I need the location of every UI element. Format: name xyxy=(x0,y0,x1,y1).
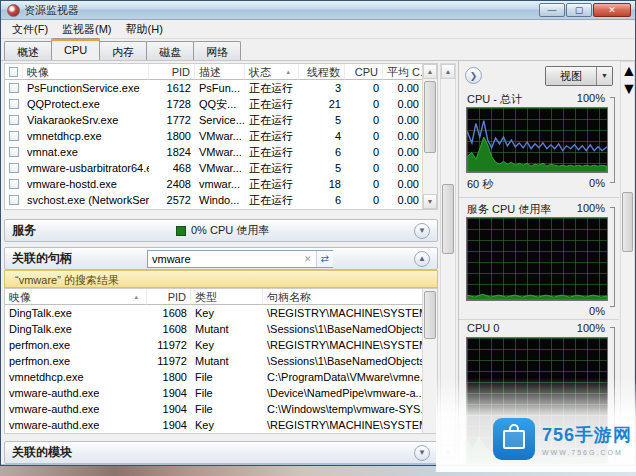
process-row[interactable]: QQProtect.exe1728QQ安...正在运行2100.00 xyxy=(5,96,437,112)
scroll-up-icon[interactable]: ▲ xyxy=(441,64,455,79)
scrollbar-thumb[interactable] xyxy=(424,81,436,153)
column-header[interactable]: PID xyxy=(147,289,191,305)
row-checkbox[interactable] xyxy=(5,144,23,160)
right-pane-scrollbar[interactable]: ▲ ▼ xyxy=(620,61,635,464)
cell: File xyxy=(191,401,263,417)
search-refresh-icon[interactable]: ⇄ xyxy=(316,251,333,267)
column-header[interactable]: 线程数 xyxy=(299,64,345,80)
cell: perfmon.exe xyxy=(5,353,147,369)
column-header[interactable]: CPU xyxy=(345,64,383,80)
process-table-scrollbar[interactable]: ▲ ▼ xyxy=(422,64,437,209)
checkbox-icon[interactable] xyxy=(9,195,19,205)
row-checkbox[interactable] xyxy=(5,160,23,176)
collapse-panel-icon[interactable]: ❯ xyxy=(465,67,482,84)
select-all-checkbox-cell[interactable] xyxy=(5,64,23,80)
column-header[interactable]: 映像 xyxy=(23,64,149,80)
process-row[interactable]: svchost.exe (NetworkServic...2572Windo..… xyxy=(5,192,437,208)
clear-search-icon[interactable]: ✕ xyxy=(300,254,316,264)
views-button-label[interactable]: 视图 xyxy=(546,67,596,85)
handle-row[interactable]: perfmon.exe11972Mutant\Sessions\1\BaseNa… xyxy=(5,353,437,369)
close-button[interactable]: ✕ xyxy=(593,3,631,17)
scrollbar-thumb[interactable] xyxy=(424,291,436,339)
cell: 0 xyxy=(345,112,383,128)
cell: 正在运行 xyxy=(245,80,299,96)
row-checkbox[interactable] xyxy=(5,80,23,96)
modules-title: 关联的模块 xyxy=(12,444,72,461)
column-header[interactable]: 状态▴ xyxy=(245,64,299,80)
chevron-down-icon[interactable]: ▼ xyxy=(596,67,612,85)
scroll-up-icon[interactable]: ▲ xyxy=(621,62,634,80)
process-row[interactable]: vmware-usbarbitrator64.exe468VMwar...正在运… xyxy=(5,160,437,176)
cell: 0 xyxy=(345,128,383,144)
modules-expand-button[interactable]: ▼ xyxy=(414,445,430,461)
menu-item[interactable]: 监视器(M) xyxy=(55,20,119,39)
column-header[interactable]: 句柄名称 xyxy=(263,289,423,305)
process-row[interactable]: ViakaraokeSrv.exe1772Service...正在运行500.0… xyxy=(5,112,437,128)
views-button[interactable]: 视图 ▼ xyxy=(545,66,613,86)
row-checkbox[interactable] xyxy=(5,112,23,128)
scale-bracket xyxy=(610,97,615,183)
handle-row[interactable]: perfmon.exe11972Key\REGISTRY\MACHINE\SYS… xyxy=(5,337,437,353)
tab-网络[interactable]: 网络 xyxy=(193,41,241,60)
column-header[interactable]: 类型 xyxy=(191,289,263,305)
cell: vmnetdhcp.exe xyxy=(23,128,149,144)
handles-collapse-button[interactable]: ▲ xyxy=(414,251,430,267)
left-pane-scrollbar[interactable]: ▲ ▼ xyxy=(440,63,456,461)
process-row[interactable]: vmnat.exe1824VMwar...正在运行600.00 xyxy=(5,144,437,160)
cell: 1772 xyxy=(149,112,195,128)
menu-item[interactable]: 帮助(H) xyxy=(119,20,170,39)
handle-row[interactable]: DingTalk.exe1608Mutant\Sessions\1\BaseNa… xyxy=(5,321,437,337)
column-header[interactable]: 平均 C... xyxy=(383,64,423,80)
right-pane: ❯ 视图 ▼ CPU - 总计 100% 60 秒 0% xyxy=(458,61,619,464)
handle-row[interactable]: vmnetdhcp.exe1800FileC:\ProgramData\VMwa… xyxy=(5,369,437,385)
cell: vmware-hostd.exe xyxy=(23,176,149,192)
checkbox-icon[interactable] xyxy=(9,163,19,173)
handle-row[interactable]: vmware-authd.exe1904FileC:\Windows\temp\… xyxy=(5,401,437,417)
cell: 1612 xyxy=(149,80,195,96)
checkbox-icon[interactable] xyxy=(9,115,19,125)
process-row[interactable]: PsFunctionService.exe1612PsFun...正在运行300… xyxy=(5,80,437,96)
process-row[interactable]: vmware-hostd.exe2408vmwar...正在运行1800.00 xyxy=(5,176,437,192)
scroll-down-icon[interactable]: ▼ xyxy=(423,194,437,209)
scrollbar-thumb[interactable] xyxy=(622,192,633,252)
tab-磁盘[interactable]: 磁盘 xyxy=(146,41,194,60)
tab-内存[interactable]: 内存 xyxy=(99,41,147,60)
row-checkbox[interactable] xyxy=(5,176,23,192)
minimize-button[interactable]: — xyxy=(539,3,565,17)
process-row[interactable]: vmnetdhcp.exe1800VMwar...正在运行400.00 xyxy=(5,128,437,144)
services-expand-button[interactable]: ▼ xyxy=(414,223,430,239)
scroll-up-icon[interactable]: ▲ xyxy=(423,64,437,79)
cell: PsFun... xyxy=(195,80,245,96)
checkbox-icon[interactable] xyxy=(9,179,19,189)
checkbox-icon[interactable] xyxy=(9,67,18,77)
checkbox-icon[interactable] xyxy=(9,147,19,157)
row-checkbox[interactable] xyxy=(5,96,23,112)
cell: vmware-authd.exe xyxy=(5,401,147,417)
content: 映像PID描述状态▴线程数CPU平均 C... PsFunctionServic… xyxy=(1,61,635,464)
graph-footer-right: 0% xyxy=(589,305,605,317)
tab-概述[interactable]: 概述 xyxy=(4,41,52,60)
column-header[interactable]: 映像▴ xyxy=(5,289,147,305)
row-checkbox[interactable] xyxy=(5,192,23,208)
column-header[interactable]: 描述 xyxy=(195,64,245,80)
handle-row[interactable]: vmware-authd.exe1904Key\REGISTRY\MACHINE… xyxy=(5,417,437,433)
cell: 5 xyxy=(299,160,345,176)
cell: 1904 xyxy=(147,385,191,401)
scrollbar-thumb[interactable] xyxy=(442,184,454,254)
search-input[interactable] xyxy=(148,252,298,266)
menu-item[interactable]: 文件(F) xyxy=(5,20,55,39)
tab-CPU[interactable]: CPU xyxy=(51,38,100,60)
row-checkbox[interactable] xyxy=(5,128,23,144)
handle-row[interactable]: vmware-authd.exe1904File\Device\NamedPip… xyxy=(5,385,437,401)
handles-table-scrollbar[interactable] xyxy=(422,289,437,433)
checkbox-icon[interactable] xyxy=(9,131,19,141)
checkbox-icon[interactable] xyxy=(9,83,19,93)
scroll-down-icon[interactable]: ▼ xyxy=(621,80,634,98)
cell: 正在运行 xyxy=(245,112,299,128)
handle-row[interactable]: DingTalk.exe1608Key\REGISTRY\MACHINE\SYS… xyxy=(5,305,437,321)
cell: 6 xyxy=(299,192,345,208)
column-header[interactable]: PID xyxy=(149,64,195,80)
scroll-down-icon[interactable]: ▼ xyxy=(441,445,455,460)
maximize-button[interactable]: ▢ xyxy=(566,3,592,17)
checkbox-icon[interactable] xyxy=(9,99,19,109)
